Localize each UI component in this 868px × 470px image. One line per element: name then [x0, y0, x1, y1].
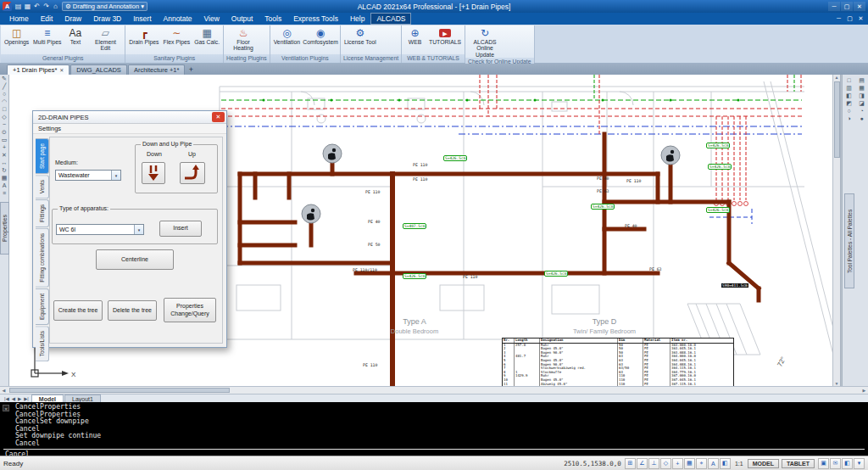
- qat-icon[interactable]: ▦: [23, 3, 32, 10]
- status-toggle-icon[interactable]: ⊞: [625, 458, 636, 469]
- ribbon-button-comfosystem[interactable]: ◉Comfosystem: [303, 26, 338, 54]
- draw-tool-icon[interactable]: ✎: [0, 75, 8, 82]
- draw-tool-icon[interactable]: ≡: [0, 189, 8, 197]
- qat-icon[interactable]: ↶: [32, 3, 42, 10]
- status-toggle-icon[interactable]: ⌖: [696, 458, 707, 469]
- scroll-up-icon[interactable]: ▲: [835, 75, 839, 80]
- properties-change-query-button[interactable]: Properties Change/Query: [164, 298, 216, 322]
- ribbon-button-alcads-online-update[interactable]: ↻ALCADS Online Update: [467, 26, 503, 58]
- status-toggle-icon[interactable]: ◧: [720, 458, 731, 469]
- palette-tool-icon[interactable]: ▥: [843, 84, 855, 92]
- layout-nav-icon[interactable]: ▶: [17, 396, 22, 401]
- menu-tools[interactable]: Tools: [259, 13, 287, 25]
- draw-tool-icon[interactable]: ○: [0, 90, 8, 98]
- qat-icon[interactable]: ▤: [14, 3, 23, 10]
- insert-button[interactable]: Insert: [159, 221, 202, 237]
- vertical-scrollbar[interactable]: ▲ ▼: [832, 75, 840, 386]
- menu-help[interactable]: Help: [344, 13, 370, 25]
- horizontal-scrollbar[interactable]: ◀ ▶: [0, 386, 868, 394]
- draw-tool-icon[interactable]: □: [0, 105, 8, 113]
- palette-tool-icon[interactable]: ◨: [855, 92, 868, 99]
- draw-tool-icon[interactable]: ↻: [0, 166, 8, 174]
- workspace-switcher[interactable]: ⚙ Drafting and Annotation ▾: [62, 2, 147, 11]
- settings-menu[interactable]: Settings: [38, 125, 61, 132]
- dialog-close-button[interactable]: ✕: [212, 112, 225, 122]
- dialog-tab-start-page[interactable]: Start page: [36, 138, 49, 174]
- ribbon-button-web[interactable]: ⊕WEB: [403, 26, 426, 54]
- down-pipe-button[interactable]: [142, 162, 165, 184]
- ribbon-button-flex-pipes[interactable]: ∼Flex Pipes: [162, 26, 192, 54]
- vertical-scroll-thumb[interactable]: [834, 81, 840, 158]
- palette-tool-icon[interactable]: ◩: [843, 99, 855, 107]
- status-toggle-icon[interactable]: ∠: [637, 458, 648, 469]
- horizontal-scroll-thumb[interactable]: [9, 388, 230, 393]
- menu-edit[interactable]: Edit: [35, 13, 59, 25]
- up-pipe-button[interactable]: [180, 162, 205, 184]
- dialog-tab-fittings[interactable]: Fittings: [36, 199, 49, 227]
- palette-tool-icon[interactable]: ◧: [843, 92, 855, 99]
- draw-tool-icon[interactable]: ~: [0, 120, 8, 128]
- palette-tool-icon[interactable]: ◔: [855, 107, 868, 115]
- draw-tool-icon[interactable]: ↔: [0, 159, 8, 166]
- document-tab-dwg-alcads[interactable]: DWG_ALCADS: [70, 64, 127, 75]
- menu-express-tools[interactable]: Express Tools: [287, 13, 344, 25]
- menu-alcads[interactable]: ALCADS: [370, 13, 411, 25]
- maximize-button[interactable]: ▢: [841, 2, 853, 11]
- draw-tool-icon[interactable]: ✕: [0, 151, 8, 159]
- create-tree-button[interactable]: Create the tree: [53, 300, 103, 321]
- draw-tool-icon[interactable]: ⊙: [0, 128, 8, 136]
- tool-palettes-tab[interactable]: Tool Palettes - All Palettes: [844, 193, 854, 288]
- ribbon-button-floor-heating[interactable]: ♨Floor Heating: [225, 26, 261, 54]
- centerline-button[interactable]: Centerline: [96, 249, 174, 270]
- qat-icon[interactable]: ↷: [42, 3, 51, 10]
- dialog-tab-fitting-combinations[interactable]: Fitting combinations: [36, 228, 49, 288]
- palette-tool-icon[interactable]: ●: [855, 115, 868, 122]
- dialog-tab-equipment[interactable]: Equipment: [36, 288, 49, 325]
- ribbon-button-openings[interactable]: ◫Openings: [3, 26, 31, 54]
- layout-nav-icon[interactable]: |◀: [3, 396, 10, 401]
- tablet-button[interactable]: TABLET: [782, 459, 815, 468]
- doc-control-icon[interactable]: ✕: [855, 15, 866, 22]
- palette-tool-icon[interactable]: ◑: [843, 115, 855, 122]
- properties-palette-tab[interactable]: Properties: [0, 202, 9, 255]
- draw-tool-icon[interactable]: ▭: [0, 136, 8, 143]
- status-tray-icon[interactable]: ✉: [830, 458, 841, 469]
- draw-tool-icon[interactable]: +: [0, 143, 8, 151]
- palette-tool-icon[interactable]: ◪: [855, 99, 868, 107]
- status-toggle-icon[interactable]: A: [708, 458, 719, 469]
- status-tray-icon[interactable]: ▣: [818, 458, 829, 469]
- draw-tool-icon[interactable]: ◇: [0, 113, 8, 120]
- menu-home[interactable]: Home: [3, 13, 35, 25]
- status-toggle-icon[interactable]: ▦: [684, 458, 695, 469]
- apparatus-select[interactable]: WC 6l ▾: [56, 224, 144, 235]
- model-space-button[interactable]: MODEL: [748, 459, 779, 468]
- layout-nav-icon[interactable]: ◀: [11, 396, 16, 401]
- dialog-title-bar[interactable]: 2D-DRAIN PIPES ✕: [33, 111, 226, 124]
- draw-tool-icon[interactable]: ▦: [0, 174, 8, 182]
- medium-select[interactable]: Wastewater ▾: [55, 170, 121, 181]
- menu-view[interactable]: View: [198, 13, 225, 25]
- close-button[interactable]: ✕: [854, 2, 865, 11]
- draw-tool-icon[interactable]: ◠: [0, 98, 8, 105]
- ribbon-button-element-edit[interactable]: ▱Element Edit: [87, 26, 123, 54]
- doc-control-icon[interactable]: ▢: [844, 15, 855, 22]
- menu-output[interactable]: Output: [225, 13, 259, 25]
- draw-tool-icon[interactable]: A: [0, 182, 8, 189]
- palette-tool-icon[interactable]: ▦: [855, 84, 868, 92]
- layout-tab-layout1[interactable]: Layout1: [64, 394, 101, 403]
- status-toggle-icon[interactable]: ⊥: [648, 458, 659, 469]
- doc-control-icon[interactable]: ─: [833, 15, 844, 22]
- palette-tool-icon[interactable]: ○: [843, 107, 855, 115]
- palette-tool-icon[interactable]: ▤: [855, 76, 868, 84]
- scroll-right-icon[interactable]: ▶: [860, 388, 868, 393]
- new-tab-button[interactable]: +: [186, 64, 196, 75]
- ribbon-button-tutorials[interactable]: ▶TUTORIALS: [427, 26, 463, 54]
- dialog-tab-tools-lists[interactable]: Tools/Lists: [36, 326, 49, 361]
- menu-draw-3d[interactable]: Draw 3D: [87, 13, 127, 25]
- scroll-left-icon[interactable]: ◀: [0, 388, 8, 393]
- command-window[interactable]: ✕ CancelPropertiesCancelPropertiesCancel…: [0, 402, 868, 456]
- document-tab-architecture-1[interactable]: Architecture +1*: [128, 64, 186, 75]
- delete-tree-button[interactable]: Delete the tree: [108, 300, 157, 321]
- palette-tool-icon[interactable]: □: [843, 76, 855, 84]
- minimize-button[interactable]: ─: [828, 2, 840, 11]
